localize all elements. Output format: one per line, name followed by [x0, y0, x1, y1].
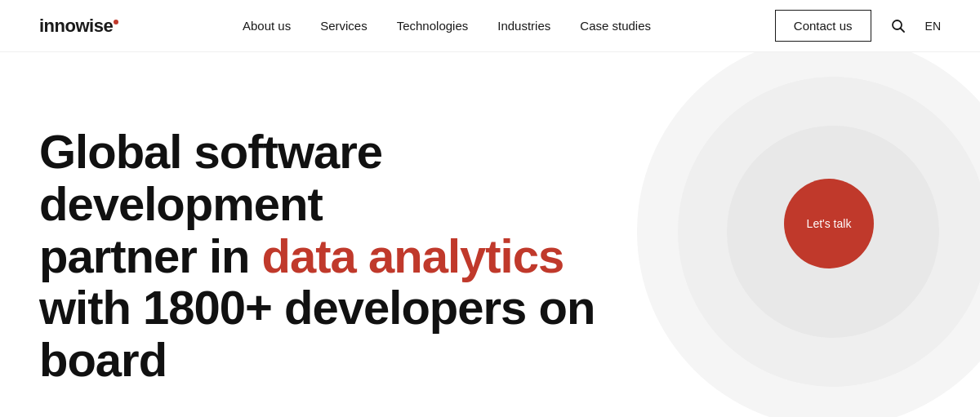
search-button[interactable]	[888, 16, 909, 37]
logo-dot	[114, 20, 118, 24]
navbar: innowise About us Services Technologies …	[0, 0, 980, 52]
hero-line2-prefix: partner in	[39, 229, 262, 282]
hero-line1: Global software development	[39, 125, 382, 230]
nav-item-about[interactable]: About us	[243, 19, 291, 33]
svg-line-1	[900, 28, 904, 32]
nav-item-case-studies[interactable]: Case studies	[580, 19, 651, 33]
lets-talk-button[interactable]: Let's talk	[784, 179, 874, 268]
nav-right: Contact us EN	[775, 10, 941, 42]
nav-link-industries[interactable]: Industries	[497, 19, 550, 33]
search-icon	[891, 19, 906, 33]
nav-link-technologies[interactable]: Technologies	[397, 19, 469, 33]
nav-links: About us Services Technologies Industrie…	[243, 19, 651, 33]
language-selector[interactable]: EN	[925, 20, 941, 33]
nav-item-industries[interactable]: Industries	[497, 19, 550, 33]
nav-item-technologies[interactable]: Technologies	[397, 19, 469, 33]
logo[interactable]: innowise	[39, 16, 118, 37]
hero-text: Global software development partner in d…	[39, 126, 652, 386]
nav-link-case-studies[interactable]: Case studies	[580, 19, 651, 33]
logo-text: innowise	[39, 16, 113, 37]
hero-title: Global software development partner in d…	[39, 126, 652, 386]
hero-section: Let's talk Global software development p…	[0, 52, 980, 417]
nav-item-services[interactable]: Services	[320, 19, 368, 33]
contact-button[interactable]: Contact us	[775, 10, 871, 42]
nav-link-about[interactable]: About us	[243, 19, 291, 33]
hero-line2-highlight: data analytics	[262, 229, 564, 282]
nav-link-services[interactable]: Services	[320, 19, 368, 33]
hero-line3: with 1800+ developers on board	[39, 281, 595, 386]
